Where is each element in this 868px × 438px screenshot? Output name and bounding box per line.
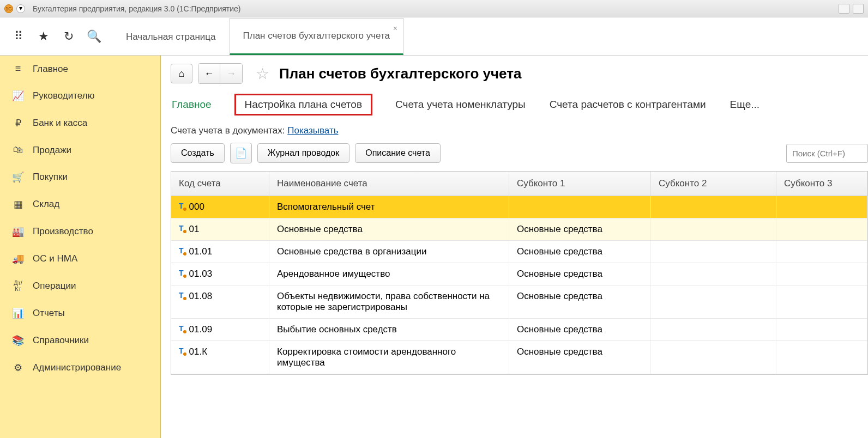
account-sub1: Основные средства <box>509 341 651 374</box>
account-type-icon: T <box>179 224 184 233</box>
account-code: 01 <box>189 224 200 235</box>
col-sub1[interactable]: Субконто 1 <box>509 172 651 196</box>
star-icon[interactable]: ★ <box>36 29 51 44</box>
table-row[interactable]: T01.09Выбытие основных средствОсновные с… <box>171 319 867 341</box>
sidebar-item-bank[interactable]: ₽Банк и касса <box>0 110 160 137</box>
sidebar-item-label: Производство <box>33 226 93 237</box>
sidebar-item-label: Склад <box>33 199 59 210</box>
subnav-more[interactable]: Еще... <box>729 96 761 113</box>
account-name: Выбытие основных средств <box>269 319 509 340</box>
menu-icon: ≡ <box>12 63 24 75</box>
sidebar-item-references[interactable]: 📚Справочники <box>0 327 160 354</box>
account-sub2 <box>651 218 776 240</box>
table-row[interactable]: T01.08Объекты недвижимости, права собств… <box>171 285 867 319</box>
favorite-icon[interactable]: ☆ <box>256 65 269 83</box>
tab-start-page[interactable]: Начальная страница <box>112 19 230 55</box>
sidebar-item-admin[interactable]: ⚙Администрирование <box>0 354 160 381</box>
account-sub1 <box>509 196 651 218</box>
account-name: Корректировка стоимости арендованного им… <box>269 341 509 374</box>
account-code: 01.К <box>189 346 208 357</box>
app-top-bar: ⠿ ★ ↻ 🔍 Начальная страница План счетов б… <box>0 17 868 56</box>
table-row[interactable]: T000Вспомогательный счет <box>171 196 867 218</box>
account-sub2 <box>651 241 776 263</box>
account-sub2 <box>651 341 776 374</box>
docs-info: Счета учета в документах: Показывать <box>171 125 868 136</box>
sidebar: ≡Главное 📈Руководителю ₽Банк и касса 🛍Пр… <box>0 56 161 438</box>
bars-icon: 📊 <box>12 307 24 319</box>
col-name[interactable]: Наименование счета <box>269 172 509 196</box>
tab-chart-of-accounts[interactable]: План счетов бухгалтерского учета × <box>230 18 404 55</box>
table-row[interactable]: T01Основные средстваОсновные средства <box>171 218 867 241</box>
sidebar-item-purchases[interactable]: 🛒Покупки <box>0 163 160 191</box>
account-sub2 <box>651 263 776 285</box>
page-title: План счетов бухгалтерского учета <box>279 65 521 82</box>
account-code: 000 <box>189 202 204 212</box>
subnav-main[interactable]: Главное <box>171 96 213 113</box>
bag-icon: 🛍 <box>12 144 24 156</box>
description-button[interactable]: Описание счета <box>355 143 441 163</box>
sidebar-item-production[interactable]: 🏭Производство <box>0 218 160 245</box>
sidebar-item-warehouse[interactable]: ▦Склад <box>0 191 160 218</box>
window-title: Бухгалтерия предприятия, редакция 3.0 (1… <box>33 4 839 13</box>
account-sub1: Основные средства <box>509 241 651 263</box>
account-sub2 <box>651 319 776 340</box>
sidebar-item-label: Справочники <box>33 335 89 346</box>
sidebar-item-label: Продажи <box>33 145 71 156</box>
sidebar-item-reports[interactable]: 📊Отчеты <box>0 300 160 327</box>
col-sub2[interactable]: Субконто 2 <box>651 172 776 196</box>
window-btn-b[interactable] <box>853 4 864 14</box>
add-doc-button[interactable]: 📄 <box>230 143 252 163</box>
account-code: 01.01 <box>189 246 213 257</box>
account-type-icon: T <box>179 202 184 210</box>
account-sub1: Основные средства <box>509 218 651 240</box>
window-btn-a[interactable] <box>839 4 849 14</box>
account-type-icon: T <box>179 291 184 300</box>
account-code: 01.08 <box>189 291 213 302</box>
app-logo-icon: 1C <box>4 4 13 13</box>
sidebar-item-label: ОС и НМА <box>33 253 77 264</box>
dropdown-icon[interactable]: ▾ <box>16 4 25 13</box>
sidebar-item-assets[interactable]: 🚚ОС и НМА <box>0 245 160 272</box>
sidebar-item-manager[interactable]: 📈Руководителю <box>0 82 160 110</box>
sub-nav: Главное Настройка плана счетов Счета уче… <box>171 94 868 115</box>
account-sub3 <box>776 319 867 340</box>
subnav-counterparties[interactable]: Счета расчетов с контрагентами <box>548 96 707 113</box>
sidebar-item-operations[interactable]: Дт/КтОперации <box>0 272 160 300</box>
cart-icon: 🛒 <box>12 171 24 183</box>
chart-icon: 📈 <box>12 90 24 102</box>
account-sub2 <box>651 285 776 318</box>
docs-show-link[interactable]: Показывать <box>287 125 338 136</box>
account-name: Основные средства <box>269 218 509 240</box>
forward-button: → <box>220 64 242 83</box>
ruble-icon: ₽ <box>12 117 24 129</box>
home-button[interactable]: ⌂ <box>171 64 192 83</box>
search-icon[interactable]: 🔍 <box>86 29 101 44</box>
sidebar-item-label: Отчеты <box>33 308 65 319</box>
history-icon[interactable]: ↻ <box>61 29 76 44</box>
col-sub3[interactable]: Субконто 3 <box>776 172 867 196</box>
account-sub3 <box>776 218 867 240</box>
account-type-icon: T <box>179 324 184 333</box>
sidebar-item-label: Операции <box>33 281 76 291</box>
truck-icon: 🚚 <box>12 253 24 265</box>
tab-label: План счетов бухгалтерского учета <box>243 31 390 41</box>
account-name: Основные средства в организации <box>269 241 509 263</box>
titlebar: 1C ▾ Бухгалтерия предприятия, редакция 3… <box>0 0 868 17</box>
subnav-settings[interactable]: Настройка плана счетов <box>234 94 372 115</box>
journal-button[interactable]: Журнал проводок <box>257 143 349 163</box>
docs-label: Счета учета в документах: <box>171 125 287 136</box>
apps-icon[interactable]: ⠿ <box>11 29 26 44</box>
col-code[interactable]: Код счета <box>171 172 269 196</box>
subnav-nomenclature[interactable]: Счета учета номенклатуры <box>394 96 527 113</box>
account-sub3 <box>776 196 867 218</box>
close-icon[interactable]: × <box>393 24 397 33</box>
create-button[interactable]: Создать <box>171 143 225 163</box>
back-button[interactable]: ← <box>198 64 220 83</box>
table-row[interactable]: T01.03Арендованное имуществоОсновные сре… <box>171 263 867 285</box>
search-input[interactable] <box>786 144 868 163</box>
sidebar-item-main[interactable]: ≡Главное <box>0 56 160 82</box>
table-row[interactable]: T01.ККорректировка стоимости арендованно… <box>171 341 867 374</box>
table-row[interactable]: T01.01Основные средства в организацииОсн… <box>171 241 867 263</box>
grid-icon: ▦ <box>12 198 24 210</box>
sidebar-item-sales[interactable]: 🛍Продажи <box>0 137 160 163</box>
